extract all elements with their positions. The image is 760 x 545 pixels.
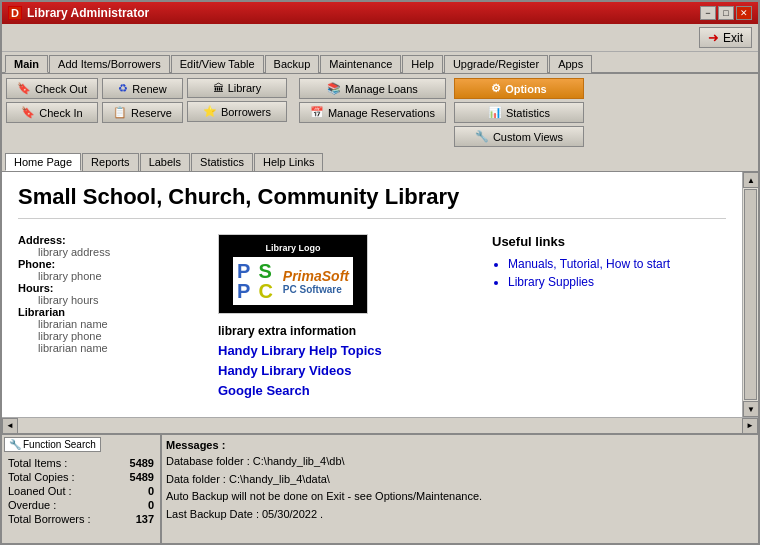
librarian-label: Librarian [18, 306, 198, 318]
extra-info: library extra information [218, 324, 462, 338]
renew-icon: ♻ [118, 82, 128, 95]
help-topics-link[interactable]: Handy Library Help Topics [218, 343, 462, 358]
custom-views-button[interactable]: 🔧 Custom Views [454, 126, 584, 147]
vertical-scrollbar[interactable]: ▲ ▼ [742, 172, 758, 417]
tab-edit-view[interactable]: Edit/View Table [171, 55, 264, 73]
hours-value: library hours [18, 294, 198, 306]
scroll-down-button[interactable]: ▼ [743, 401, 758, 417]
function-search-icon: 🔧 [9, 439, 21, 450]
options-button[interactable]: ⚙ Options [454, 78, 584, 99]
manage-reservations-button[interactable]: 📅 Manage Reservations [299, 102, 446, 123]
pc-software: PC Software [283, 284, 349, 295]
exit-area: ➜ Exit [2, 24, 758, 52]
stat-total-borrowers: Total Borrowers : 137 [8, 512, 154, 526]
borrowers-icon: ⭐ [203, 105, 217, 118]
message-1: Database folder : C:\handy_lib_4\db\ [166, 453, 754, 471]
manage-loans-button[interactable]: 📚 Manage Loans [299, 78, 446, 99]
stats-grid: Total Items : 5489 Total Copies : 5489 L… [4, 454, 158, 528]
address-label: Address: [18, 234, 198, 246]
prima-soft: PrimaSoft [283, 268, 349, 284]
useful-links-list: Manuals, Tutorial, How to start Library … [492, 257, 726, 289]
message-2: Data folder : C:\handy_lib_4\data\ [166, 471, 754, 489]
subtab-helplinks[interactable]: Help Links [254, 153, 323, 171]
checkout-button[interactable]: 🔖 Check Out [6, 78, 98, 99]
message-3: Auto Backup will not be done on Exit - s… [166, 488, 754, 506]
maximize-button[interactable]: □ [718, 6, 734, 20]
subtab-home[interactable]: Home Page [5, 153, 81, 171]
tab-help[interactable]: Help [402, 55, 443, 73]
stat-overdue: Overdue : 0 [8, 498, 154, 512]
useful-link-2[interactable]: Library Supplies [508, 275, 726, 289]
options-icon: ⚙ [491, 82, 501, 95]
phone-value: library phone [18, 270, 198, 282]
status-bar: 🔧 Function Search Total Items : 5489 Tot… [2, 433, 758, 543]
stat-total-items: Total Items : 5489 [8, 456, 154, 470]
reservations-icon: 📅 [310, 106, 324, 119]
checkin-icon: 🔖 [21, 106, 35, 119]
messages-content: Database folder : C:\handy_lib_4\db\ Dat… [166, 453, 754, 523]
videos-link[interactable]: Handy Library Videos [218, 363, 462, 378]
logo-label: Library Logo [265, 243, 320, 253]
tab-backup[interactable]: Backup [265, 55, 320, 73]
subtab-reports[interactable]: Reports [82, 153, 139, 171]
messages-header: Messages : [166, 439, 754, 451]
scroll-left-button[interactable]: ◄ [2, 418, 18, 434]
info-grid: Address: library address Phone: library … [18, 234, 726, 398]
app-title: Library Administrator [27, 6, 149, 20]
scroll-up-button[interactable]: ▲ [743, 172, 758, 188]
useful-links-title: Useful links [492, 234, 726, 249]
messages-area: Messages : Database folder : C:\handy_li… [162, 435, 758, 543]
google-search-link[interactable]: Google Search [218, 383, 462, 398]
page-title: Small School, Church, Community Library [18, 184, 726, 219]
scroll-thumb[interactable] [744, 189, 757, 400]
subtab-labels[interactable]: Labels [140, 153, 190, 171]
status-tabs: 🔧 Function Search [4, 437, 158, 452]
title-bar: D Library Administrator − □ ✕ [2, 2, 758, 24]
tab-add-items[interactable]: Add Items/Borrowers [49, 55, 170, 73]
phone-label: Phone: [18, 258, 198, 270]
custom-views-icon: 🔧 [475, 130, 489, 143]
logo-inner: P P S C PrimaSoft PC Software [233, 257, 353, 305]
horizontal-scrollbar[interactable]: ◄ ► [2, 417, 758, 433]
tab-apps[interactable]: Apps [549, 55, 592, 73]
checkout-icon: 🔖 [17, 82, 31, 95]
library-icon: 🏛 [213, 82, 224, 94]
hours-label: Hours: [18, 282, 198, 294]
logo-section: Library Logo P P S C PrimaSoft [208, 234, 462, 398]
librarian-name: librarian name [18, 318, 198, 330]
sc-letters: S C [258, 261, 272, 301]
renew-button[interactable]: ♻ Renew [102, 78, 183, 99]
library-phone: library phone [18, 330, 198, 342]
logo-box: Library Logo P P S C PrimaSoft [218, 234, 368, 314]
window-controls: − □ ✕ [700, 6, 752, 20]
reserve-button[interactable]: 📋 Reserve [102, 102, 183, 123]
useful-link-1[interactable]: Manuals, Tutorial, How to start [508, 257, 726, 271]
stat-loaned-out: Loaned Out : 0 [8, 484, 154, 498]
tab-main[interactable]: Main [5, 55, 48, 73]
exit-button[interactable]: ➜ Exit [699, 27, 752, 48]
info-section: Address: library address Phone: library … [18, 234, 198, 398]
status-left: 🔧 Function Search Total Items : 5489 Tot… [2, 435, 162, 543]
menu-tabs: Main Add Items/Borrowers Edit/View Table… [2, 52, 758, 74]
tab-maintenance[interactable]: Maintenance [320, 55, 401, 73]
useful-links-section: Useful links Manuals, Tutorial, How to s… [472, 234, 726, 398]
close-button[interactable]: ✕ [736, 6, 752, 20]
checkin-button[interactable]: 🔖 Check In [6, 102, 98, 123]
librarian-name2: librarian name [18, 342, 198, 354]
scroll-right-button[interactable]: ► [742, 418, 758, 434]
library-button[interactable]: 🏛 Library [187, 78, 287, 98]
toolbar: 🔖 Check Out 🔖 Check In ♻ Renew 📋 Reserve… [2, 74, 758, 151]
ps-letters: P P [237, 261, 250, 301]
reserve-icon: 📋 [113, 106, 127, 119]
message-4: Last Backup Date : 05/30/2022 . [166, 506, 754, 524]
sub-tabs: Home Page Reports Labels Statistics Help… [2, 151, 758, 172]
address-value: library address [18, 246, 198, 258]
tab-upgrade[interactable]: Upgrade/Register [444, 55, 548, 73]
borrowers-button[interactable]: ⭐ Borrowers [187, 101, 287, 122]
minimize-button[interactable]: − [700, 6, 716, 20]
function-search-tab[interactable]: 🔧 Function Search [4, 437, 101, 452]
statistics-button[interactable]: 📊 Statistics [454, 102, 584, 123]
exit-icon: ➜ [708, 30, 719, 45]
stat-total-copies: Total Copies : 5489 [8, 470, 154, 484]
subtab-statistics[interactable]: Statistics [191, 153, 253, 171]
